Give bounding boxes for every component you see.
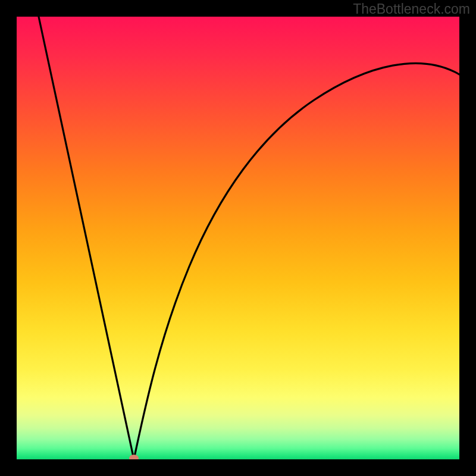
bottleneck-curve [17, 17, 459, 459]
minimum-marker [129, 455, 139, 459]
figure-frame: TheBottleneck.com [0, 0, 476, 476]
plot-area [17, 17, 459, 459]
curve-path [39, 17, 459, 459]
watermark-text: TheBottleneck.com [353, 1, 470, 17]
